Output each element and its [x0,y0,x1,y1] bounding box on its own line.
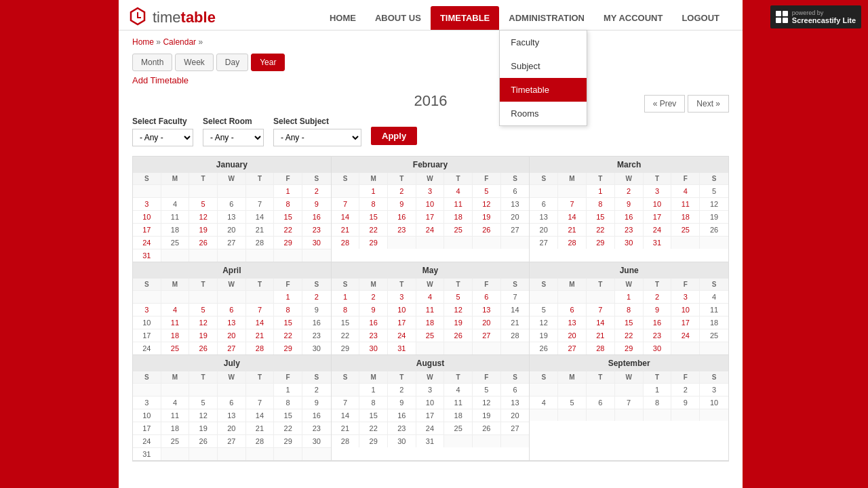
logo[interactable]: timetable [125,5,216,30]
cal-day-link[interactable]: 22 [284,226,292,234]
cal-day[interactable]: 17 [133,422,161,434]
cal-day[interactable]: 9 [644,303,672,316]
cal-day-link[interactable]: 16 [625,213,633,221]
cal-day-link[interactable]: 21 [341,226,349,234]
cal-day[interactable]: 30 [388,434,416,447]
cal-day[interactable]: 26 [530,342,558,354]
cal-day[interactable]: 2 [302,383,331,396]
cal-day[interactable]: 6 [473,290,501,303]
cal-day[interactable]: 29 [274,434,302,447]
cal-day[interactable]: 19 [473,409,501,422]
cal-day[interactable]: 2 [671,383,700,396]
cal-day-link[interactable]: 11 [426,306,434,314]
cal-day[interactable]: 25 [416,329,445,342]
cal-day-link[interactable]: 1 [286,187,290,195]
cal-day-link[interactable]: 20 [482,319,490,327]
cal-day[interactable]: 12 [189,316,218,329]
cal-day[interactable]: 15 [274,316,302,329]
cal-day[interactable]: 29 [274,236,302,249]
cal-day[interactable]: 7 [246,303,275,316]
cal-day[interactable]: 18 [161,223,190,236]
cal-day[interactable]: 27 [501,223,530,236]
cal-day[interactable]: 21 [558,223,587,236]
cal-day-link[interactable]: 7 [570,200,574,208]
cal-day[interactable]: 6 [218,396,246,409]
cal-day-link[interactable]: 21 [596,331,604,340]
cal-day[interactable]: 15 [274,409,302,422]
cal-day[interactable]: 22 [359,422,388,434]
cal-day[interactable]: 17 [388,316,416,329]
cal-day[interactable]: 17 [671,316,700,329]
cal-day[interactable]: 11 [161,409,190,422]
cal-day[interactable]: 21 [246,422,275,434]
cal-day[interactable]: 21 [332,422,360,434]
cal-day-link[interactable]: 2 [315,187,319,195]
cal-day[interactable]: 16 [388,409,416,422]
cal-day-link[interactable]: 20 [568,331,576,340]
cal-day-link[interactable]: 12 [454,306,462,314]
cal-day[interactable]: 27 [501,422,530,434]
cal-day[interactable]: 7 [558,197,587,210]
cal-day[interactable]: 30 [302,342,331,354]
cal-day[interactable]: 23 [302,223,331,236]
cal-day-link[interactable]: 6 [229,306,233,314]
cal-day[interactable]: 2 [359,290,388,303]
cal-day-link[interactable]: 10 [142,213,151,221]
cal-day[interactable]: 28 [587,342,615,354]
cal-day-link[interactable]: 29 [370,239,378,247]
cal-day-link[interactable]: 13 [227,319,235,327]
cal-day[interactable]: 8 [274,303,302,316]
dropdown-rooms[interactable]: Rooms [500,102,587,125]
cal-day[interactable]: 2 [302,290,331,303]
cal-day-link[interactable]: 23 [370,331,378,340]
cal-day[interactable]: 12 [189,409,218,422]
cal-day[interactable]: 20 [558,329,587,342]
cal-day[interactable]: 22 [615,329,644,342]
cal-day[interactable]: 7 [246,197,275,210]
cal-day[interactable]: 22 [359,223,388,236]
cal-day-link[interactable]: 15 [625,319,633,327]
cal-day[interactable]: 6 [218,197,246,210]
cal-day[interactable]: 13 [218,210,246,223]
cal-day-link[interactable]: 17 [397,319,406,327]
room-select[interactable]: - Any - [203,129,264,146]
cal-day[interactable]: 8 [615,303,644,316]
cal-day-link[interactable]: 11 [454,200,462,208]
cal-day[interactable]: 6 [587,396,615,409]
cal-day[interactable]: 31 [644,236,672,249]
cal-day[interactable]: 27 [558,342,587,354]
cal-day-link[interactable]: 9 [627,200,631,208]
tab-month[interactable]: Month [132,54,172,71]
cal-day-link[interactable]: 15 [370,213,378,221]
cal-day-link[interactable]: 1 [343,293,347,301]
cal-day-link[interactable]: 27 [482,331,490,340]
cal-day[interactable]: 27 [218,434,246,447]
cal-day[interactable]: 4 [161,303,190,316]
cal-day-link[interactable]: 20 [227,331,235,340]
cal-day-link[interactable]: 21 [256,331,264,340]
cal-day[interactable]: 20 [218,223,246,236]
cal-day[interactable]: 15 [359,210,388,223]
tab-week[interactable]: Week [175,54,213,71]
cal-day[interactable]: 5 [189,396,218,409]
cal-day-link[interactable]: 17 [142,226,151,234]
cal-day-link[interactable]: 22 [596,226,604,234]
cal-day[interactable]: 17 [416,210,445,223]
cal-day-link[interactable]: 18 [171,331,179,340]
cal-day[interactable]: 2 [615,184,644,197]
cal-day[interactable]: 12 [473,197,501,210]
cal-day[interactable]: 1 [359,383,388,396]
cal-day[interactable]: 28 [332,434,360,447]
cal-day-link[interactable]: 29 [625,344,633,352]
cal-day-link[interactable]: 27 [227,344,235,352]
cal-day-link[interactable]: 8 [286,200,290,208]
cal-day[interactable]: 6 [218,303,246,316]
cal-day[interactable]: 7 [246,396,275,409]
faculty-select[interactable]: - Any - [132,129,193,146]
cal-day-link[interactable]: 16 [370,319,378,327]
cal-day[interactable]: 10 [388,303,416,316]
cal-day[interactable]: 16 [644,316,672,329]
cal-day[interactable]: 12 [700,197,728,210]
nav-admin[interactable]: ADMINISTRATION [499,6,594,30]
cal-day[interactable]: 16 [302,409,331,422]
